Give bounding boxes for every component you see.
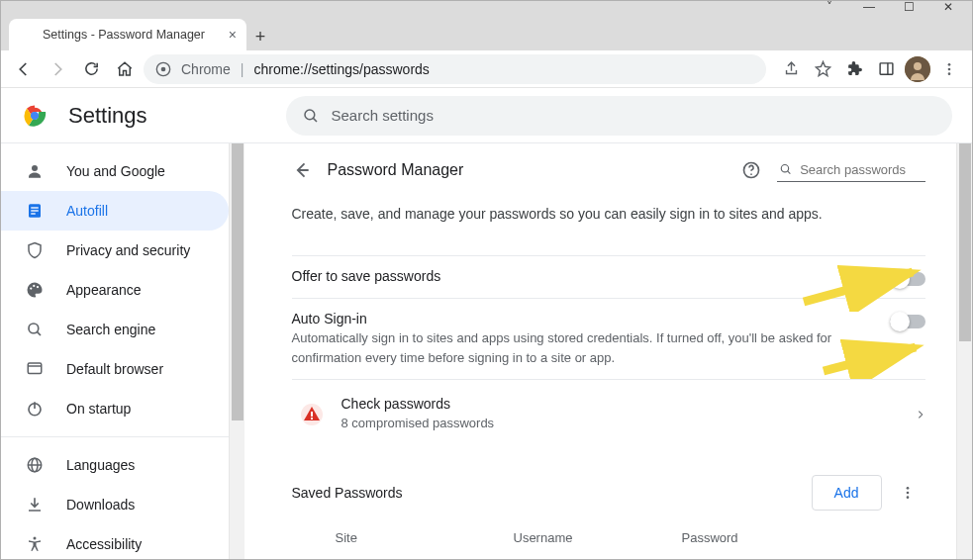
sidepanel-icon[interactable] [871, 54, 901, 84]
reload-button[interactable] [76, 54, 106, 84]
window-chevron-icon[interactable]: ˅ [810, 1, 849, 15]
svg-point-21 [37, 286, 39, 288]
window-close-button[interactable]: ✕ [928, 1, 968, 15]
saved-passwords-title: Saved Passwords [292, 485, 403, 501]
sidebar-item-you-and-google[interactable]: You and Google [1, 151, 229, 191]
svg-point-14 [32, 165, 38, 171]
back-button[interactable] [9, 54, 39, 84]
svg-line-13 [313, 118, 317, 122]
browser-icon [25, 359, 45, 379]
sidebar-divider [1, 436, 229, 437]
sidebar-item-label: Languages [66, 457, 135, 473]
app-title: Settings [68, 103, 147, 129]
check-passwords-sub: 8 compromised passwords [341, 414, 898, 433]
svg-rect-24 [28, 363, 42, 374]
sidebar-scrollbar[interactable] [229, 143, 244, 559]
bookmark-icon[interactable] [808, 54, 837, 84]
sidebar-item-label: Downloads [66, 497, 135, 513]
svg-point-8 [948, 72, 951, 75]
search-icon [25, 320, 45, 339]
window-titlebar: ˅ — ☐ ✕ [1, 1, 972, 15]
more-icon[interactable] [890, 475, 925, 511]
svg-rect-16 [31, 207, 39, 209]
column-site: Site [336, 530, 514, 545]
content-scrollbar-thumb[interactable] [959, 143, 971, 341]
browser-tabstrip: Settings - Password Manager × + [1, 15, 972, 50]
saved-passwords-columns: Site Username Password [292, 511, 925, 553]
sidebar-item-downloads[interactable]: Downloads [1, 485, 229, 524]
forward-button[interactable] [43, 54, 72, 84]
settings-sidebar: You and Google Autofill Privacy and secu… [1, 143, 244, 559]
offer-to-save-toggle[interactable] [890, 272, 925, 286]
svg-point-31 [34, 537, 37, 540]
omnibox-separator: | [241, 61, 244, 77]
browser-tab[interactable]: Settings - Password Manager × [9, 19, 246, 50]
profile-avatar[interactable] [903, 54, 932, 84]
sidebar-item-label: Accessibility [66, 536, 142, 552]
svg-point-1 [161, 66, 166, 71]
sidebar-item-default-browser[interactable]: Default browser [1, 349, 229, 389]
settings-search-placeholder: Search settings [332, 107, 434, 124]
extensions-icon[interactable] [839, 54, 869, 84]
page-back-button[interactable] [292, 160, 312, 180]
sidebar-item-languages[interactable]: Languages [1, 445, 229, 485]
svg-point-22 [29, 324, 39, 333]
svg-line-23 [37, 331, 41, 335]
password-search[interactable] [777, 157, 925, 182]
close-icon[interactable]: × [229, 27, 237, 43]
sidebar-item-label: Appearance [66, 282, 142, 298]
svg-point-34 [781, 164, 788, 171]
svg-point-20 [33, 285, 35, 287]
address-bar[interactable]: Chrome | chrome://settings/passwords [144, 54, 766, 84]
settings-appbar: Settings Search settings [1, 88, 972, 143]
svg-rect-2 [880, 63, 893, 74]
window-minimize-button[interactable]: — [849, 1, 889, 15]
new-tab-button[interactable]: + [246, 23, 274, 50]
sidebar-item-appearance[interactable]: Appearance [1, 270, 229, 310]
page-title: Password Manager [328, 161, 726, 179]
chrome-badge-icon [155, 61, 171, 77]
content-scrollbar[interactable] [956, 143, 972, 559]
svg-rect-38 [311, 418, 313, 420]
add-password-button[interactable]: Add [812, 475, 882, 511]
svg-point-40 [906, 491, 909, 494]
page-intro: Create, save, and manage your passwords … [292, 206, 925, 222]
search-icon [779, 161, 793, 177]
svg-point-12 [305, 110, 315, 120]
search-icon [302, 107, 320, 125]
sidebar-item-accessibility[interactable]: Accessibility [1, 524, 229, 559]
home-button[interactable] [110, 54, 140, 84]
autofill-icon [25, 201, 45, 221]
sidebar-item-autofill[interactable]: Autofill [1, 191, 229, 231]
auto-signin-toggle[interactable] [890, 315, 925, 328]
svg-rect-17 [31, 210, 39, 212]
share-icon[interactable] [776, 54, 806, 84]
menu-icon[interactable] [934, 54, 964, 84]
window-maximize-button[interactable]: ☐ [889, 1, 928, 15]
svg-point-39 [906, 487, 909, 490]
person-icon [25, 161, 45, 181]
settings-search[interactable]: Search settings [286, 96, 953, 136]
password-search-input[interactable] [800, 162, 923, 177]
sidebar-scrollbar-thumb[interactable] [232, 143, 243, 420]
sidebar-item-search-engine[interactable]: Search engine [1, 310, 229, 349]
sidebar-item-on-startup[interactable]: On startup [1, 389, 229, 428]
help-icon[interactable] [741, 160, 761, 180]
accessibility-icon [25, 534, 45, 554]
column-password: Password [682, 530, 925, 545]
column-username: Username [514, 530, 682, 545]
svg-line-35 [787, 171, 790, 174]
svg-point-33 [750, 173, 752, 175]
sidebar-item-label: Privacy and security [66, 242, 190, 258]
browser-toolbar: Chrome | chrome://settings/passwords [1, 50, 972, 88]
offer-to-save-label: Offer to save passwords [292, 268, 870, 284]
svg-point-41 [906, 496, 909, 499]
check-passwords-row[interactable]: Check passwords 8 compromised passwords [292, 379, 925, 449]
sidebar-item-privacy[interactable]: Privacy and security [1, 231, 229, 270]
svg-point-19 [30, 287, 32, 289]
chrome-logo-icon [21, 102, 49, 130]
chevron-right-icon [916, 408, 925, 421]
settings-content: Password Manager Create, save, and manag… [244, 143, 972, 559]
auto-signin-description: Automatically sign in to sites and apps … [292, 328, 870, 367]
sidebar-item-label: Search engine [66, 322, 155, 337]
